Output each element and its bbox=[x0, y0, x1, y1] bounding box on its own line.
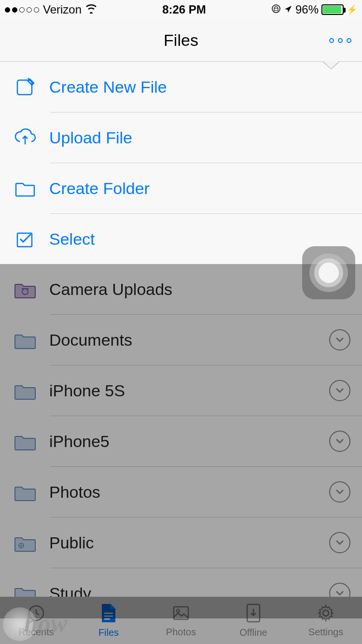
tab-files[interactable]: Files bbox=[72, 597, 145, 644]
status-bar: Verizon 8:26 PM 96% ⚡ bbox=[0, 0, 362, 19]
location-icon bbox=[284, 3, 292, 16]
tab-label: Settings bbox=[308, 627, 343, 638]
folder-icon bbox=[12, 481, 39, 503]
tab-offline[interactable]: Offline bbox=[217, 597, 290, 644]
folder-list: Camera Uploads Documents iPhone 5S iPhon… bbox=[0, 264, 362, 618]
chevron-down-icon[interactable] bbox=[329, 431, 350, 452]
menu-item-upload[interactable]: Upload File bbox=[0, 112, 362, 163]
tab-photos[interactable]: Photos bbox=[145, 597, 217, 644]
carrier-label: Verizon bbox=[43, 3, 82, 16]
tab-label: Files bbox=[98, 627, 119, 638]
svg-point-0 bbox=[272, 5, 280, 13]
tab-label: Photos bbox=[166, 627, 196, 638]
menu-item-label: Create New File bbox=[49, 78, 362, 97]
folder-label: iPhone5 bbox=[49, 432, 329, 451]
gear-icon bbox=[316, 603, 335, 625]
action-menu: Create New File Upload File Create Folde… bbox=[0, 62, 362, 264]
tab-label: Offline bbox=[239, 627, 267, 638]
page-title: Files bbox=[164, 31, 198, 50]
svg-rect-4 bbox=[22, 288, 28, 289]
svg-rect-10 bbox=[174, 607, 188, 619]
svg-rect-8 bbox=[104, 616, 113, 617]
chevron-down-icon[interactable] bbox=[329, 481, 350, 503]
folder-label: Documents bbox=[49, 331, 329, 350]
menu-item-create-file[interactable]: Create New File bbox=[0, 62, 362, 112]
signal-strength-icon bbox=[5, 7, 39, 13]
svg-point-11 bbox=[177, 609, 180, 612]
menu-item-create-folder[interactable]: Create Folder bbox=[0, 163, 362, 213]
wifi-icon bbox=[85, 3, 97, 16]
folder-label: Public bbox=[49, 533, 329, 552]
chevron-down-icon[interactable] bbox=[329, 532, 350, 553]
folder-item-public[interactable]: Public bbox=[0, 518, 362, 568]
charging-icon: ⚡ bbox=[347, 4, 357, 15]
chevron-down-icon[interactable] bbox=[329, 329, 350, 350]
svg-point-13 bbox=[323, 610, 329, 616]
battery-icon bbox=[321, 4, 344, 15]
photos-icon bbox=[171, 603, 191, 625]
orientation-lock-icon bbox=[271, 3, 281, 16]
camera-folder-icon bbox=[12, 279, 39, 300]
create-folder-icon bbox=[12, 179, 39, 198]
select-icon bbox=[12, 228, 39, 250]
dropdown-arrow-icon bbox=[322, 62, 340, 70]
watermark-text: how bbox=[24, 609, 68, 637]
folder-item-iphone5[interactable]: iPhone5 bbox=[0, 416, 362, 466]
folder-item-documents[interactable]: Documents bbox=[0, 315, 362, 365]
tab-settings[interactable]: Settings bbox=[290, 597, 362, 644]
folder-item-photos[interactable]: Photos bbox=[0, 467, 362, 517]
upload-icon bbox=[12, 128, 39, 147]
more-menu-button[interactable] bbox=[329, 38, 351, 43]
public-folder-icon bbox=[12, 532, 39, 553]
menu-item-label: Create Folder bbox=[49, 179, 362, 198]
folder-label: Camera Uploads bbox=[49, 280, 329, 299]
nav-header: Files bbox=[0, 19, 362, 62]
folder-label: Photos bbox=[49, 483, 329, 502]
create-file-icon bbox=[12, 76, 39, 98]
svg-rect-9 bbox=[104, 618, 110, 620]
folder-icon bbox=[12, 329, 39, 350]
folder-item-iphone5s[interactable]: iPhone 5S bbox=[0, 365, 362, 416]
chevron-down-icon[interactable] bbox=[329, 380, 350, 401]
assistive-touch-button[interactable] bbox=[302, 246, 355, 299]
offline-icon bbox=[245, 603, 262, 625]
menu-item-label: Select bbox=[49, 230, 362, 249]
status-time: 8:26 PM bbox=[162, 3, 206, 16]
folder-icon bbox=[12, 380, 39, 401]
folder-icon bbox=[12, 431, 39, 452]
folder-label: iPhone 5S bbox=[49, 381, 329, 400]
battery-percent: 96% bbox=[295, 3, 319, 16]
file-icon bbox=[100, 603, 117, 625]
svg-rect-7 bbox=[104, 613, 113, 614]
menu-item-label: Upload File bbox=[49, 128, 362, 147]
